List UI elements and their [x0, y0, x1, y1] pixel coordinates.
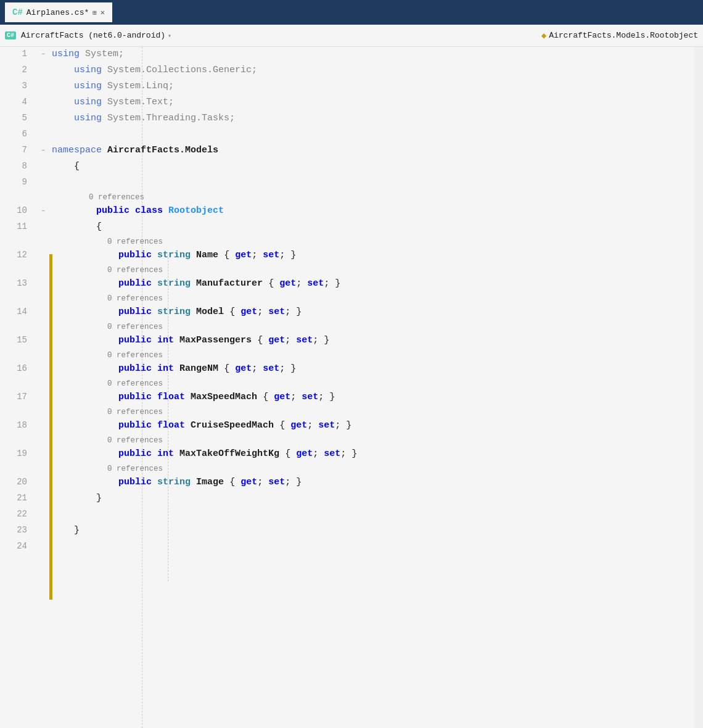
ref-hint: 0 references — [49, 378, 163, 390]
line-row: 15 public int MaxPassengers { get; set; … — [0, 333, 703, 349]
line-row: 3 using System.Linq; — [0, 79, 703, 95]
collapse-button[interactable]: − — [41, 50, 45, 60]
ref-hint: 0 references — [49, 264, 163, 276]
line-content — [49, 175, 703, 190]
line-content — [49, 127, 703, 142]
line-row: 9 — [0, 175, 703, 191]
line-row: 2 using System.Collections.Generic; — [0, 63, 703, 79]
line-row: 12 public string Name { get; set; } — [0, 248, 703, 264]
pin-icon[interactable]: ⊞ — [92, 9, 97, 17]
line-content — [49, 539, 703, 554]
line-content: using System.Text; — [49, 95, 703, 110]
line-number: 13 — [0, 276, 37, 290]
line-content: public float CruiseSpeedMach { get; set;… — [49, 418, 703, 433]
line-row: 6 — [0, 127, 703, 143]
line-content: { — [49, 220, 703, 234]
line-content: } — [49, 491, 703, 506]
ref-hint: 0 references — [49, 406, 163, 418]
line-row: 19 public int MaxTakeOffWeightKg { get; … — [0, 447, 703, 463]
line-content: public int RangeNM { get; set; } — [49, 362, 703, 376]
dropdown-icon[interactable]: ▾ — [168, 32, 171, 39]
line-gutter: − — [37, 207, 49, 217]
hint-row: 0 references — [0, 292, 703, 305]
hint-row: 0 references — [0, 378, 703, 390]
line-content: } — [49, 523, 703, 538]
ref-hint: 0 references — [49, 463, 163, 475]
hint-row: 0 references — [0, 321, 703, 333]
line-row: 14 public string Model { get; set; } — [0, 305, 703, 321]
line-content: public int MaxTakeOffWeightKg { get; set… — [49, 447, 703, 461]
line-row: 8 { — [0, 159, 703, 175]
csharp-icon: C# — [12, 7, 23, 17]
line-content: using System.Threading.Tasks; — [49, 111, 703, 126]
line-row: 21 } — [0, 491, 703, 507]
line-row: 11 { — [0, 220, 703, 236]
line-content: public int MaxPassengers { get; set; } — [49, 333, 703, 348]
line-number: 8 — [0, 159, 37, 173]
hint-row: 0 references — [0, 236, 703, 248]
hint-row: 0 references — [0, 406, 703, 418]
line-content: public string Image { get; set; } — [49, 475, 703, 490]
line-content: public class Rootobject — [49, 204, 703, 218]
code-lines: 1 − using System; 2 using System.Collect… — [0, 47, 703, 555]
nav-icon: ◆ — [541, 30, 546, 41]
project-icon: C# — [5, 31, 16, 39]
line-row: 17 public float MaxSpeedMach { get; set;… — [0, 390, 703, 406]
breadcrumb-right: ◆ AircraftFacts.Models.Rootobject — [541, 30, 698, 41]
line-number: 5 — [0, 111, 37, 125]
line-number: 18 — [0, 418, 37, 432]
ref-hint: 0 references — [49, 191, 144, 204]
close-icon[interactable]: ✕ — [101, 8, 105, 17]
line-number: 4 — [0, 95, 37, 109]
line-content: using System; — [49, 47, 703, 62]
line-content: public string Manufacturer { get; set; } — [49, 276, 703, 291]
line-number: 20 — [0, 475, 37, 489]
collapse-button[interactable]: − — [41, 207, 45, 217]
ref-hint: 0 references — [49, 434, 163, 447]
line-number: 2 — [0, 63, 37, 77]
line-content: public string Name { get; set; } — [49, 248, 703, 263]
hint-row: 0 references — [0, 264, 703, 276]
line-content: using System.Linq; — [49, 79, 703, 94]
line-number: 11 — [0, 220, 37, 233]
ref-hint: 0 references — [49, 349, 163, 362]
ref-hint: 0 references — [49, 292, 163, 305]
line-row: 5 using System.Threading.Tasks; — [0, 111, 703, 127]
line-content: using System.Collections.Generic; — [49, 63, 703, 78]
line-content: public string Model { get; set; } — [49, 305, 703, 320]
hint-row: 0 references — [0, 191, 703, 204]
breadcrumb-bar: C# AircraftFacts (net6.0-android) ▾ ◆ Ai… — [0, 25, 703, 47]
line-content — [49, 507, 703, 522]
line-row: 24 — [0, 539, 703, 555]
scrollbar[interactable] — [694, 47, 703, 728]
title-bar: C# Airplanes.cs* ⊞ ✕ — [0, 0, 703, 25]
line-number: 6 — [0, 127, 37, 141]
line-content: namespace AircraftFacts.Models — [49, 143, 703, 158]
line-row: 4 using System.Text; — [0, 95, 703, 111]
line-number: 12 — [0, 248, 37, 262]
ref-hint: 0 references — [49, 236, 163, 248]
hint-row: 0 references — [0, 434, 703, 447]
line-number: 21 — [0, 491, 37, 505]
line-number: 17 — [0, 390, 37, 403]
line-row: 1 − using System; — [0, 47, 703, 63]
line-gutter: − — [37, 50, 49, 60]
breadcrumb-location: AircraftFacts.Models.Rootobject — [549, 31, 698, 40]
hint-row: 0 references — [0, 463, 703, 475]
line-number: 23 — [0, 523, 37, 537]
line-row: 18 public float CruiseSpeedMach { get; s… — [0, 418, 703, 434]
line-content: public float MaxSpeedMach { get; set; } — [49, 390, 703, 405]
line-row: 20 public string Image { get; set; } — [0, 475, 703, 491]
line-number: 15 — [0, 333, 37, 347]
line-number: 7 — [0, 143, 37, 157]
line-row: 10 − public class Rootobject — [0, 204, 703, 220]
file-tab[interactable]: C# Airplanes.cs* ⊞ ✕ — [5, 2, 112, 22]
collapse-button[interactable]: − — [41, 146, 45, 156]
editor-area[interactable]: 1 − using System; 2 using System.Collect… — [0, 47, 703, 728]
line-row: 13 public string Manufacturer { get; set… — [0, 276, 703, 292]
project-name[interactable]: AircraftFacts (net6.0-android) — [21, 31, 165, 40]
line-row: 16 public int RangeNM { get; set; } — [0, 362, 703, 378]
line-number: 22 — [0, 507, 37, 521]
line-number: 10 — [0, 204, 37, 217]
line-number: 9 — [0, 175, 37, 189]
